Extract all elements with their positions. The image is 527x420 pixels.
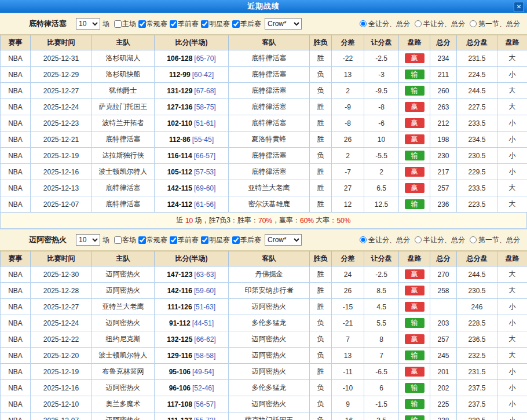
filter-radio[interactable]: 第一节、总分	[470, 19, 520, 29]
filter-checkbox[interactable]: 明星赛	[199, 235, 230, 245]
league-cell: NBA	[1, 315, 31, 331]
close-icon[interactable]: ✕	[514, 2, 524, 12]
point-diff-cell: -22	[332, 50, 364, 67]
radio-input[interactable]	[360, 236, 367, 243]
handicap-result-badge: 输	[405, 199, 424, 209]
half-score: [60-42]	[192, 71, 214, 79]
column-header: 比赛时间	[31, 35, 92, 50]
date-cell: 2025-12-24	[31, 315, 92, 331]
total-points-cell: 263	[430, 99, 457, 115]
point-diff-cell: 24	[332, 266, 364, 283]
away-team-cell: 底特律活塞	[229, 67, 310, 83]
column-header: 分差	[332, 251, 364, 266]
checkbox-input[interactable]	[138, 20, 146, 28]
league-cell: NBA	[1, 196, 31, 213]
filter-checkbox[interactable]: 季后赛	[230, 19, 261, 29]
total-points-cell: 257	[430, 180, 457, 196]
home-team-cell: 底特律活塞	[92, 132, 155, 148]
total-points-cell: 236	[430, 196, 457, 213]
home-team-cell: 迈阿密热火	[92, 412, 155, 420]
over-under-cell: 小	[497, 132, 527, 148]
radio-input[interactable]	[415, 20, 422, 27]
date-cell: 2025-12-30	[31, 266, 92, 283]
full-score: 96-106	[169, 384, 191, 392]
league-cell: NBA	[1, 380, 31, 396]
team-name: 底特律活塞	[29, 19, 67, 29]
full-score: 117-108	[167, 400, 192, 408]
titlebar: 近期战绩 ✕	[0, 0, 527, 13]
filter-radio[interactable]: 全让分、总分	[360, 235, 410, 245]
score-cell: 111-126[51-63]	[155, 299, 229, 315]
checkbox-input[interactable]	[170, 20, 177, 28]
odds-company-select[interactable]: Crow*	[265, 18, 302, 30]
column-header: 主队	[92, 251, 155, 266]
checkbox-input[interactable]	[232, 236, 240, 244]
win-loss-cell: 胜	[310, 115, 332, 132]
filter-radio[interactable]: 第一节、总分	[470, 235, 520, 245]
total-line-cell: 233.5	[457, 180, 497, 196]
radio-input[interactable]	[470, 20, 477, 27]
handicap-line-cell: -1.5	[364, 396, 399, 412]
checkbox-input[interactable]	[232, 20, 240, 28]
filter-radio[interactable]: 半让分、总分	[415, 235, 465, 245]
point-diff-cell: 13	[332, 348, 364, 364]
score-cell: 105-112[57-53]	[155, 164, 229, 180]
odds-company-select[interactable]: Crow*	[265, 234, 302, 246]
filter-checkbox[interactable]: 明星赛	[199, 19, 230, 29]
score-cell: 112-86[55-45]	[155, 132, 229, 148]
radio-input[interactable]	[470, 236, 477, 243]
total-points-cell: 258	[430, 283, 457, 299]
away-team-cell: 迈阿密热火	[229, 396, 310, 412]
over-under-cell: 小	[497, 364, 527, 380]
win-loss-cell: 胜	[310, 99, 332, 115]
full-score: 91-112	[169, 319, 191, 327]
total-line-cell: 237.5	[457, 396, 497, 412]
column-header: 盘路	[497, 35, 527, 50]
checkbox-input[interactable]	[201, 20, 208, 28]
away-team-cell: 底特律活塞	[229, 99, 310, 115]
filter-radio[interactable]: 全让分、总分	[360, 19, 410, 29]
away-team-cell: 底特律活塞	[229, 148, 310, 164]
score-cell: 127-136[58-75]	[155, 99, 229, 115]
half-score: [61-56]	[194, 200, 215, 209]
league-cell: NBA	[1, 164, 31, 180]
filter-checkbox[interactable]: 主场	[112, 19, 136, 29]
full-score: 105-112	[167, 168, 192, 176]
checkbox-input[interactable]	[138, 236, 146, 244]
date-cell: 2025-12-07	[31, 412, 92, 420]
filter-checkbox[interactable]: 常规赛	[136, 19, 167, 29]
radio-input[interactable]	[415, 236, 422, 243]
filter-checkbox[interactable]: 季后赛	[230, 235, 261, 245]
radio-input[interactable]	[360, 20, 367, 27]
filter-checkbox[interactable]: 季前赛	[167, 235, 199, 245]
game-count-select[interactable]: 10	[76, 234, 100, 246]
checkbox-input[interactable]	[114, 236, 122, 244]
win-loss-cell: 胜	[310, 266, 332, 283]
half-score: [49-54]	[192, 368, 214, 376]
over-under-cell: 小	[497, 148, 527, 164]
filter-checkbox[interactable]: 客场	[112, 235, 136, 245]
full-score: 102-110	[167, 119, 192, 127]
filter-checkbox[interactable]: 常规赛	[136, 235, 167, 245]
over-under-cell: 大	[497, 348, 527, 364]
column-header: 盘路	[399, 251, 430, 266]
home-team-cell: 波士顿凯尔特人	[92, 164, 155, 180]
team-section: 底特律活塞 10 场 主场常规赛季前赛明星赛季后赛 Crow* 全让分、总分半让…	[0, 13, 527, 229]
total-points-cell: 270	[430, 266, 457, 283]
away-team-cell: 迈阿密热火	[229, 364, 310, 380]
half-score: [55-72]	[194, 417, 215, 420]
filter-checkbox[interactable]: 季前赛	[167, 19, 199, 29]
checkbox-input[interactable]	[201, 236, 208, 244]
total-points-cell: 230	[430, 148, 457, 164]
checkbox-input[interactable]	[114, 20, 122, 28]
league-cell: NBA	[1, 115, 31, 132]
score-cell: 95-106[49-54]	[155, 364, 229, 380]
column-header: 让分盘	[364, 35, 399, 50]
win-loss-cell: 负	[310, 148, 332, 164]
game-count-select[interactable]: 10	[76, 18, 100, 30]
filter-radio[interactable]: 半让分、总分	[415, 19, 465, 29]
team-section: 迈阿密热火 10 场 客场常规赛季前赛明星赛季后赛 Crow* 全让分、总分半让…	[0, 229, 527, 420]
date-cell: 2025-12-10	[31, 396, 92, 412]
handicap-line-cell: 8.5	[364, 283, 399, 299]
checkbox-input[interactable]	[170, 236, 177, 244]
